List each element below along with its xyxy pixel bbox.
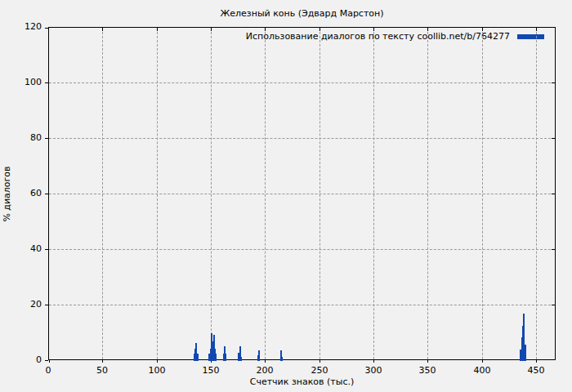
x-tick	[320, 359, 320, 363]
chart-title: Железный конь (Эдвард Марстон)	[48, 8, 556, 19]
bar	[225, 354, 226, 361]
bar	[525, 345, 526, 361]
x-tick-top	[265, 28, 266, 31]
gridline-horizontal	[49, 305, 555, 305]
y-tick-right	[552, 82, 555, 83]
y-tick	[45, 194, 48, 194]
bar	[258, 350, 260, 361]
x-tick	[482, 359, 483, 363]
legend: Использование диалогов по тексту coollib…	[246, 31, 544, 42]
x-tick-top	[482, 28, 483, 31]
x-tick	[536, 359, 537, 363]
x-tick	[427, 359, 428, 363]
x-tick	[373, 359, 374, 363]
gridline-horizontal	[49, 194, 555, 194]
x-tick-label: 50	[84, 365, 120, 376]
y-tick	[45, 305, 48, 305]
x-tick-top	[211, 28, 212, 31]
legend-swatch	[517, 34, 544, 39]
y-tick-label: 120	[9, 21, 42, 32]
y-tick-label: 60	[9, 188, 42, 198]
x-tick	[157, 359, 158, 363]
x-tick-label: 250	[302, 365, 337, 376]
y-tick-label: 80	[9, 132, 42, 143]
x-tick	[265, 359, 266, 363]
y-tick	[45, 249, 48, 250]
x-tick-top	[373, 28, 374, 31]
bar	[197, 354, 199, 361]
x-tick-top	[320, 28, 320, 31]
chart: Железный конь (Эдвард Марстон) Использов…	[0, 0, 572, 392]
x-tick-top	[536, 28, 537, 31]
x-tick-label: 150	[193, 365, 229, 376]
x-tick-top	[157, 28, 158, 31]
x-tick-label: 0	[30, 365, 66, 376]
y-tick-right	[552, 305, 555, 305]
x-tick	[49, 359, 50, 363]
y-tick	[45, 360, 48, 361]
x-tick-label: 400	[464, 365, 500, 376]
bar	[215, 354, 217, 361]
y-tick-label: 20	[9, 299, 42, 310]
y-tick-right	[552, 249, 555, 250]
y-tick-label: 100	[9, 77, 42, 87]
gridline-horizontal	[49, 249, 555, 250]
x-tick-top	[427, 28, 428, 31]
bar	[281, 357, 283, 361]
gridline-horizontal	[49, 138, 555, 139]
x-tick-label: 450	[518, 365, 554, 376]
x-axis-title: Счетчик знаков (тыс.)	[48, 376, 556, 387]
y-tick	[45, 28, 48, 29]
x-tick-top	[102, 28, 103, 31]
y-tick-right	[552, 138, 555, 139]
x-tick	[102, 359, 103, 363]
y-tick	[45, 138, 48, 139]
y-tick-right	[552, 194, 555, 194]
y-tick	[45, 82, 48, 83]
bar	[240, 357, 242, 361]
plot-area: Использование диалогов по тексту coollib…	[48, 27, 556, 360]
legend-label: Использование диалогов по тексту coollib…	[246, 31, 510, 42]
y-tick-label: 40	[9, 243, 42, 254]
y-tick-label: 0	[9, 354, 42, 365]
x-tick-label: 300	[355, 365, 391, 376]
x-tick-label: 200	[247, 365, 283, 376]
x-tick-label: 100	[139, 365, 175, 376]
x-tick-label: 350	[409, 365, 445, 376]
gridline-horizontal	[49, 82, 555, 83]
